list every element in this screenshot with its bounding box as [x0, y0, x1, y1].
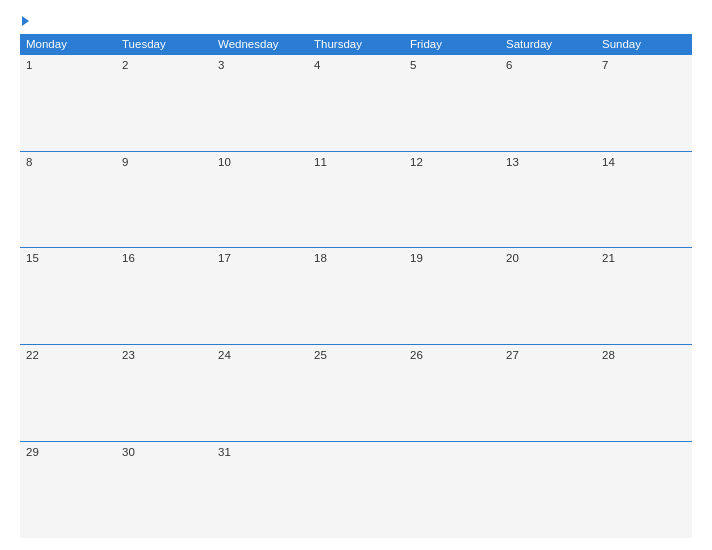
empty-cell: [596, 441, 692, 538]
weekday-header-thursday: Thursday: [308, 34, 404, 55]
day-cell-6: 6: [500, 55, 596, 152]
day-number-5: 5: [410, 59, 416, 71]
weekday-header-row: MondayTuesdayWednesdayThursdayFridaySatu…: [20, 34, 692, 55]
weekday-header-sunday: Sunday: [596, 34, 692, 55]
day-cell-1: 1: [20, 55, 116, 152]
day-cell-18: 18: [308, 248, 404, 345]
day-cell-11: 11: [308, 151, 404, 248]
day-cell-23: 23: [116, 345, 212, 442]
day-cell-29: 29: [20, 441, 116, 538]
day-cell-24: 24: [212, 345, 308, 442]
day-cell-4: 4: [308, 55, 404, 152]
weekday-header-wednesday: Wednesday: [212, 34, 308, 55]
day-cell-17: 17: [212, 248, 308, 345]
day-number-10: 10: [218, 156, 231, 168]
day-number-16: 16: [122, 252, 135, 264]
day-cell-14: 14: [596, 151, 692, 248]
week-row-5: 293031: [20, 441, 692, 538]
empty-cell: [404, 441, 500, 538]
weekday-header-monday: Monday: [20, 34, 116, 55]
day-cell-26: 26: [404, 345, 500, 442]
day-cell-20: 20: [500, 248, 596, 345]
day-number-22: 22: [26, 349, 39, 361]
empty-cell: [308, 441, 404, 538]
day-number-30: 30: [122, 446, 135, 458]
calendar-body: 1234567891011121314151617181920212223242…: [20, 55, 692, 539]
calendar-header: [20, 16, 692, 26]
day-cell-30: 30: [116, 441, 212, 538]
day-number-3: 3: [218, 59, 224, 71]
logo: [20, 16, 29, 26]
day-number-11: 11: [314, 156, 327, 168]
day-number-21: 21: [602, 252, 615, 264]
day-number-24: 24: [218, 349, 231, 361]
day-number-19: 19: [410, 252, 423, 264]
day-number-14: 14: [602, 156, 615, 168]
day-cell-19: 19: [404, 248, 500, 345]
calendar-page: MondayTuesdayWednesdayThursdayFridaySatu…: [0, 0, 712, 550]
day-cell-31: 31: [212, 441, 308, 538]
day-number-20: 20: [506, 252, 519, 264]
day-cell-2: 2: [116, 55, 212, 152]
logo-triangle-icon: [22, 16, 29, 26]
day-cell-25: 25: [308, 345, 404, 442]
weekday-header-tuesday: Tuesday: [116, 34, 212, 55]
day-number-26: 26: [410, 349, 423, 361]
day-cell-9: 9: [116, 151, 212, 248]
day-cell-3: 3: [212, 55, 308, 152]
weekday-header-saturday: Saturday: [500, 34, 596, 55]
calendar-table: MondayTuesdayWednesdayThursdayFridaySatu…: [20, 34, 692, 538]
day-cell-12: 12: [404, 151, 500, 248]
empty-cell: [500, 441, 596, 538]
day-number-13: 13: [506, 156, 519, 168]
day-cell-15: 15: [20, 248, 116, 345]
week-row-3: 15161718192021: [20, 248, 692, 345]
day-number-28: 28: [602, 349, 615, 361]
day-number-25: 25: [314, 349, 327, 361]
day-cell-28: 28: [596, 345, 692, 442]
day-number-31: 31: [218, 446, 231, 458]
day-cell-16: 16: [116, 248, 212, 345]
day-number-4: 4: [314, 59, 320, 71]
calendar-header-row: MondayTuesdayWednesdayThursdayFridaySatu…: [20, 34, 692, 55]
day-number-23: 23: [122, 349, 135, 361]
day-cell-10: 10: [212, 151, 308, 248]
day-number-6: 6: [506, 59, 512, 71]
day-number-18: 18: [314, 252, 327, 264]
day-number-7: 7: [602, 59, 608, 71]
day-cell-7: 7: [596, 55, 692, 152]
day-cell-13: 13: [500, 151, 596, 248]
day-number-2: 2: [122, 59, 128, 71]
day-number-27: 27: [506, 349, 519, 361]
day-cell-21: 21: [596, 248, 692, 345]
day-number-12: 12: [410, 156, 423, 168]
day-cell-27: 27: [500, 345, 596, 442]
day-number-29: 29: [26, 446, 39, 458]
day-cell-22: 22: [20, 345, 116, 442]
day-cell-5: 5: [404, 55, 500, 152]
weekday-header-friday: Friday: [404, 34, 500, 55]
week-row-2: 891011121314: [20, 151, 692, 248]
day-number-15: 15: [26, 252, 39, 264]
day-number-1: 1: [26, 59, 32, 71]
week-row-1: 1234567: [20, 55, 692, 152]
logo-blue-text: [20, 16, 29, 26]
day-number-17: 17: [218, 252, 231, 264]
day-number-8: 8: [26, 156, 32, 168]
day-number-9: 9: [122, 156, 128, 168]
week-row-4: 22232425262728: [20, 345, 692, 442]
day-cell-8: 8: [20, 151, 116, 248]
